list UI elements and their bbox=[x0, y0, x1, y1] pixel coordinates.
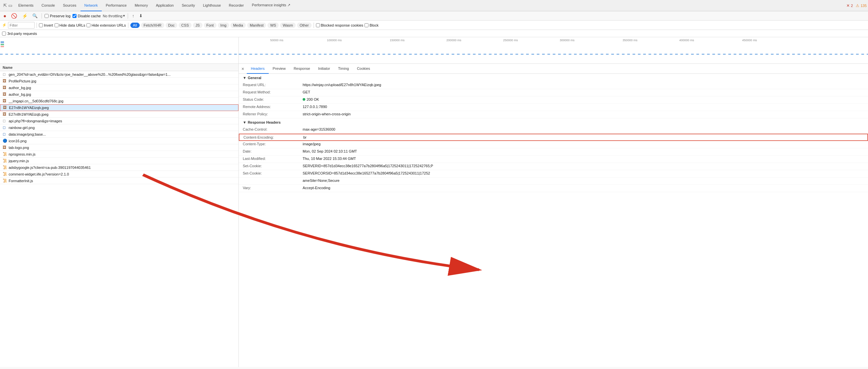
detail-tab-response[interactable]: Response bbox=[290, 64, 314, 74]
file-row[interactable]: ◻ rainbow-girl.png bbox=[0, 124, 239, 131]
export-button[interactable]: ⬇ bbox=[138, 13, 144, 19]
search-button[interactable]: 🔍 bbox=[31, 13, 39, 19]
tab-sources[interactable]: Sources bbox=[59, 0, 80, 11]
preserve-log-label[interactable]: Preserve log bbox=[44, 14, 70, 18]
status-dot bbox=[303, 98, 305, 101]
tab-elements[interactable]: Elements bbox=[14, 0, 38, 11]
blocked-cookies-checkbox[interactable] bbox=[316, 23, 320, 27]
device-icon[interactable]: ▭ bbox=[8, 3, 12, 8]
filter-chip-other[interactable]: Other bbox=[297, 23, 312, 28]
tab-memory[interactable]: Memory bbox=[131, 0, 152, 11]
filter-input-wrap[interactable] bbox=[8, 22, 35, 29]
filter-chip-doc[interactable]: Doc bbox=[166, 23, 178, 28]
filter-chip-ws[interactable]: WS bbox=[268, 23, 279, 28]
network-toolbar: ● 🚫 ⚡ 🔍 Preserve log Disable cache No th… bbox=[0, 11, 868, 21]
file-name: tab-logo.png bbox=[9, 145, 236, 149]
file-name: nprogress.min.js bbox=[9, 152, 236, 156]
invert-checkbox[interactable] bbox=[39, 23, 43, 27]
blocked-checkbox[interactable] bbox=[365, 23, 369, 27]
file-icon-img: 🖼 bbox=[3, 105, 8, 110]
file-row[interactable]: 🖼 ProfilePicture.jpg bbox=[0, 78, 239, 85]
hide-data-urls-label[interactable]: Hide data URLs bbox=[55, 23, 86, 27]
file-row[interactable]: ◻ gen_204?id=ach_evt&tn=DIV&cls=joe_head… bbox=[0, 71, 239, 78]
close-button[interactable]: × bbox=[242, 66, 244, 71]
file-name: author_bg.jpg bbox=[9, 92, 236, 96]
tab-application[interactable]: Application bbox=[152, 0, 178, 11]
record-button[interactable]: ● bbox=[2, 12, 8, 19]
file-name: author_bg.jpg bbox=[9, 86, 236, 90]
file-row[interactable]: 🖼 E27n8h1WYAEizqb.jpeg bbox=[0, 111, 239, 118]
detail-tab-headers[interactable]: Headers bbox=[247, 64, 269, 74]
file-row[interactable]: 🖼 __imgapi.cn__5d036cdfd768c.jpg bbox=[0, 98, 239, 104]
filter-chip-fetch-xhr[interactable]: Fetch/XHR bbox=[141, 23, 164, 28]
filter-chip-css[interactable]: CSS bbox=[179, 23, 191, 28]
disable-cache-checkbox[interactable] bbox=[72, 14, 76, 18]
clear-button[interactable]: 🚫 bbox=[10, 12, 19, 20]
tab-performance-insights[interactable]: Performance insights ↗ bbox=[248, 0, 294, 11]
tab-recorder[interactable]: Recorder bbox=[225, 0, 248, 11]
import-button[interactable]: ↑ bbox=[131, 13, 136, 19]
filter-chip-font[interactable]: Font bbox=[204, 23, 217, 28]
filter-button[interactable]: ⚡ bbox=[21, 13, 29, 19]
detail-tab-preview[interactable]: Preview bbox=[269, 64, 290, 74]
response-triangle: ▼ bbox=[243, 120, 246, 124]
file-row[interactable]: 🖼 tab-logo.png bbox=[0, 144, 239, 151]
file-row[interactable]: ◻ data:image/png;base... bbox=[0, 131, 239, 138]
file-name: data:image/png;base... bbox=[9, 132, 236, 136]
hide-ext-urls-label[interactable]: Hide extension URLs bbox=[87, 23, 126, 27]
file-row[interactable]: 📜 jquery.min.js bbox=[0, 158, 239, 164]
tab-console[interactable]: Console bbox=[38, 0, 59, 11]
tab-security[interactable]: Security bbox=[178, 0, 199, 11]
throttle-select[interactable]: No throttling ▾ bbox=[103, 13, 125, 18]
file-row[interactable]: 📜 FormatterInit.js bbox=[0, 177, 239, 184]
file-icon-js: 📜 bbox=[3, 172, 7, 176]
filter-chip-media[interactable]: Media bbox=[230, 23, 246, 28]
filter-chip-js[interactable]: JS bbox=[193, 23, 203, 28]
disable-cache-label[interactable]: Disable cache bbox=[72, 14, 101, 18]
tab-network[interactable]: Network bbox=[81, 0, 102, 11]
cursor-icon[interactable]: ⇱ bbox=[3, 3, 7, 8]
detail-row-cache-control: Cache-Control: max-age=31536000 bbox=[239, 126, 868, 134]
blocked-label[interactable]: Block bbox=[365, 23, 378, 27]
file-row[interactable]: 📜 adsbygoogle.js?client=ca-pub-390119704… bbox=[0, 164, 239, 171]
filter-chip-all[interactable]: All bbox=[130, 23, 140, 28]
file-icon-js: 📜 bbox=[3, 165, 7, 170]
hide-ext-urls-checkbox[interactable] bbox=[87, 23, 90, 27]
file-row[interactable]: ◻ api.php?fl=dongman&gs=images bbox=[0, 118, 239, 124]
file-icon-img: 🖼 bbox=[3, 99, 7, 103]
tab-performance[interactable]: Performance bbox=[102, 0, 131, 11]
timeline-dashed-line bbox=[0, 54, 239, 55]
filter-chip-img[interactable]: Img bbox=[218, 23, 229, 28]
filter-chip-manifest[interactable]: Manifest bbox=[247, 23, 267, 28]
tab-lighthouse[interactable]: Lighthouse bbox=[199, 0, 225, 11]
file-row[interactable]: 🔵 icon16.png bbox=[0, 138, 239, 144]
file-name-highlighted: E27n8h1WYAEizqb.jpeg bbox=[9, 106, 236, 110]
devtools-icons: ⇱ ▭ bbox=[1, 3, 14, 8]
detail-row-request-method: Request Method: GET bbox=[239, 89, 868, 96]
invert-checkbox-label[interactable]: Invert bbox=[39, 23, 53, 27]
warn-count-badge: ⚠ 135 bbox=[856, 3, 867, 8]
detail-tab-timing[interactable]: Timing bbox=[334, 64, 353, 74]
file-row[interactable]: 📜 nprogress.min.js bbox=[0, 151, 239, 158]
file-row[interactable]: 🖼 author_bg.jpg bbox=[0, 91, 239, 98]
file-name: FormatterInit.js bbox=[9, 179, 236, 183]
timeline-area: 50000 ms 100000 ms 150000 ms 200000 ms 2… bbox=[0, 37, 868, 64]
filter-chip-wasm[interactable]: Wasm bbox=[280, 23, 296, 28]
preserve-log-checkbox[interactable] bbox=[44, 14, 49, 18]
detail-row-set-cookie-2: Set-Cookie: SERVERCORSID=857d1d34ecc38e1… bbox=[239, 170, 868, 177]
filter-divider-2 bbox=[128, 23, 128, 28]
hide-data-urls-checkbox[interactable] bbox=[55, 23, 59, 27]
file-icon-img: 🖼 bbox=[3, 112, 7, 117]
detail-row-last-modified: Last-Modified: Thu, 10 Mar 2022 15:33:44… bbox=[239, 156, 868, 163]
detail-tab-cookies[interactable]: Cookies bbox=[353, 64, 374, 74]
main-content: Name ◻ gen_204?id=ach_evt&tn=DIV&cls=joe… bbox=[0, 64, 868, 367]
third-party-row: 3rd-party requests bbox=[0, 30, 868, 37]
filter-input[interactable] bbox=[10, 23, 30, 27]
file-row-highlighted[interactable]: 🖼 E27n8h1WYAEizqb.jpeg bbox=[0, 104, 239, 111]
detail-tab-initiator[interactable]: Initiator bbox=[314, 64, 334, 74]
detail-row-content-encoding: Content-Encoding: br bbox=[239, 134, 868, 141]
file-row[interactable]: 📜 comment-widget.iife.js?version=2.1.0 bbox=[0, 171, 239, 177]
third-party-checkbox[interactable] bbox=[2, 32, 6, 36]
blocked-cookies-label[interactable]: Blocked response cookies bbox=[316, 23, 364, 27]
file-row[interactable]: 🖼 author_bg.jpg bbox=[0, 85, 239, 91]
